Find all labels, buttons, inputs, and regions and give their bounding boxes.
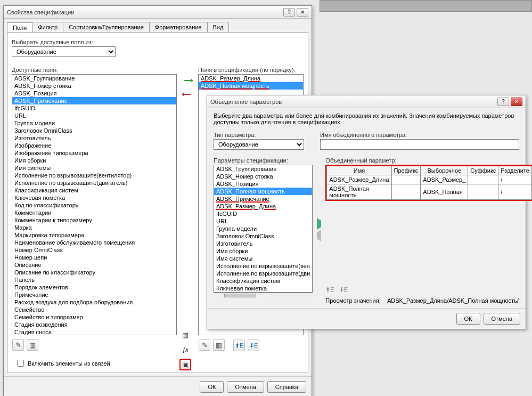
list-item[interactable]: Ключевая пометка: [214, 285, 312, 292]
list-item[interactable]: Семейство и типоразмер: [12, 313, 176, 321]
tab-fields[interactable]: Поля: [7, 22, 32, 33]
list-item[interactable]: Заголовок OmniClass: [214, 232, 312, 240]
tab-view[interactable]: Вид: [207, 22, 230, 32]
param-type-label: Тип параметра:: [214, 132, 309, 138]
tab-filter[interactable]: Фильтр: [32, 22, 63, 32]
help-button[interactable]: ?: [283, 8, 295, 17]
tab-formatting[interactable]: Форматирование: [149, 22, 208, 32]
list-item[interactable]: Примечание: [12, 291, 176, 298]
list-item[interactable]: Маркировка типоразмера: [12, 231, 176, 239]
spec-params-label: Параметры спецификации:: [214, 157, 313, 164]
combine-close-icon[interactable]: ✕: [511, 98, 522, 106]
calculated-value-icon[interactable]: ƒx: [179, 344, 191, 355]
list-item[interactable]: Код по классификатору: [12, 201, 176, 209]
list-item[interactable]: Заголовок OmniClass: [12, 127, 176, 134]
list-item[interactable]: ADSK_Полная мощность: [199, 82, 303, 90]
list-item[interactable]: Имя сборки: [214, 247, 312, 255]
list-item[interactable]: Описание: [12, 261, 176, 269]
remove-combine-icon[interactable]: [317, 232, 321, 239]
combined-name-label: Имя объединенного параметра:: [320, 132, 519, 138]
list-item[interactable]: ADSK_Полная мощность: [214, 188, 312, 195]
list-item[interactable]: URL: [214, 217, 312, 225]
edit-sched-icon[interactable]: [199, 339, 210, 351]
list-item[interactable]: Семейство: [12, 306, 176, 313]
list-item[interactable]: ADSK_Группирование: [214, 165, 312, 173]
list-item[interactable]: ADSK_Примечание: [214, 195, 312, 203]
list-item[interactable]: ADSK_Примечание: [12, 97, 176, 104]
combined-name-input[interactable]: [320, 139, 519, 150]
ok-button[interactable]: ОК: [200, 381, 224, 393]
move-down-icon[interactable]: ⬇E: [248, 340, 259, 351]
combine-description: Выберите два параметра или более для ком…: [214, 112, 519, 125]
help-button-footer[interactable]: Справка: [267, 381, 306, 393]
list-item[interactable]: ADSK_Размер_Длина: [214, 203, 312, 210]
list-item[interactable]: Изготовитель: [214, 240, 312, 247]
add-shared-icon[interactable]: ▦: [179, 329, 191, 341]
list-item[interactable]: ADSK_Группирование: [12, 75, 176, 82]
add-field-icon[interactable]: [182, 75, 193, 86]
list-item[interactable]: ADSK_Номер стояка: [214, 173, 312, 180]
list-item[interactable]: Исполнение по взрывозащите(двигатель): [12, 179, 176, 187]
list-item[interactable]: Марка: [12, 224, 176, 231]
list-item[interactable]: Исполнение по взрывозащите(вентилятор): [12, 172, 176, 179]
list-item[interactable]: ADSK_Размер_Длина: [199, 75, 303, 82]
new-param-icon[interactable]: ▥: [27, 339, 38, 351]
titlebar[interactable]: Свойства спецификации ? ✕: [4, 6, 312, 19]
list-item[interactable]: Исполнение по взрывозащите(дви: [214, 270, 312, 277]
list-item[interactable]: ADSK_Позиция: [12, 90, 176, 97]
combine-params-icon[interactable]: ▣: [179, 359, 191, 370]
close-button[interactable]: ✕: [297, 8, 308, 17]
select-from-dropdown[interactable]: Оборудование: [12, 46, 116, 57]
list-item[interactable]: Номер цепи: [12, 254, 176, 261]
list-item[interactable]: Имя системы: [214, 255, 312, 262]
list-item[interactable]: Комментарии к типоразмеру: [12, 216, 176, 224]
combined-params-table[interactable]: Имя Префикс Выборочное Суффикс Разделите…: [326, 166, 532, 200]
list-item[interactable]: Ключевая пометка: [12, 194, 176, 201]
param-type-dropdown[interactable]: Оборудование: [214, 139, 304, 150]
table-row[interactable]: ADSK_Размер_ДлинаADSK_Размер_/: [327, 175, 532, 184]
combine-ok-button[interactable]: ОК: [456, 313, 480, 325]
combine-titlebar[interactable]: Объединение параметров ? ✕: [207, 95, 526, 108]
list-item[interactable]: Имя системы: [12, 164, 176, 172]
list-item[interactable]: Порядок элементов: [12, 284, 176, 291]
list-item[interactable]: Изображение типоразмера: [12, 149, 176, 157]
move-up-icon[interactable]: ⬆E: [233, 340, 245, 351]
list-item[interactable]: Исполнение по взрывозащите(вен: [214, 262, 312, 270]
list-item[interactable]: Номер OmniClass: [12, 246, 176, 254]
available-fields-list[interactable]: ADSK_ГруппированиеADSK_Номер стоякаADSK_…: [12, 74, 177, 335]
cancel-button[interactable]: Отмена: [227, 381, 264, 393]
list-item[interactable]: Наименование обслуживаемого помещения: [12, 239, 176, 246]
h-scrollbar[interactable]: [214, 293, 313, 298]
list-item[interactable]: Классификация систем: [214, 277, 312, 285]
list-item[interactable]: Группа модели: [214, 225, 312, 232]
col-prefix: Префикс: [391, 166, 421, 175]
remove-field-icon[interactable]: [182, 88, 193, 100]
list-item[interactable]: ADSK_Номер стояка: [12, 82, 176, 90]
list-item[interactable]: Изображение: [12, 142, 176, 149]
list-item[interactable]: Группа модели: [12, 119, 176, 127]
list-item[interactable]: Описание по классификатору: [12, 269, 176, 276]
list-item[interactable]: IfcGUID: [214, 210, 312, 217]
list-item[interactable]: Стадия сноса: [12, 328, 176, 335]
include-links-checkbox[interactable]: [17, 360, 24, 367]
list-item[interactable]: URL: [12, 112, 176, 119]
list-item[interactable]: Комментарии: [12, 209, 176, 216]
combine-cancel-button[interactable]: Отмена: [484, 313, 520, 325]
list-item[interactable]: Расход воздуха для подбора оборудования: [12, 298, 176, 306]
combine-help-icon[interactable]: ?: [497, 98, 509, 106]
list-item[interactable]: Панель: [12, 276, 176, 284]
col-suffix: Суффикс: [468, 166, 498, 175]
spec-params-list[interactable]: ADSK_ГруппированиеADSK_Номер стоякаADSK_…: [214, 165, 313, 293]
tab-sorting[interactable]: Сортировка/Группирование: [63, 22, 150, 32]
select-from-label: Выбирать доступные поля из:: [12, 39, 304, 45]
list-item[interactable]: Стадия возведения: [12, 321, 176, 328]
delete-sched-icon[interactable]: ▥: [213, 339, 225, 351]
list-item[interactable]: Имя сборки: [12, 157, 176, 164]
table-row[interactable]: ADSK_Полная мощностьADSK_Полная/: [327, 184, 532, 200]
list-item[interactable]: ADSK_Позиция: [214, 180, 312, 188]
list-item[interactable]: IfcGUID: [12, 104, 176, 112]
add-combine-icon[interactable]: [317, 221, 321, 227]
list-item[interactable]: Классификация систем: [12, 187, 176, 194]
list-item[interactable]: Изготовитель: [12, 134, 176, 142]
edit-icon[interactable]: [12, 339, 24, 351]
